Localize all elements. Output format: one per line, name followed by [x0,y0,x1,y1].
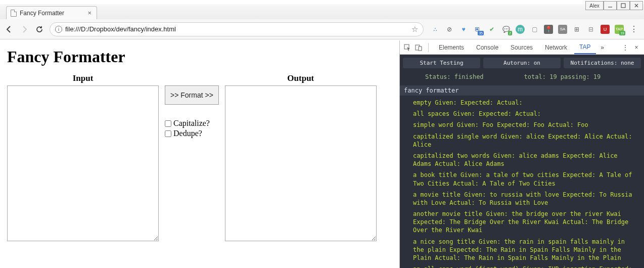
dedupe-option[interactable]: Dedupe? [165,129,210,138]
capitalize-checkbox[interactable] [165,120,171,127]
format-button[interactable]: >> Format >> [165,85,219,105]
square-extension-icon[interactable]: ▢ [530,25,539,34]
output-label: Output [287,73,314,83]
tap-result-row: an all-caps word (first word) Given: IUD… [413,265,639,268]
tap-suite-name: fancy formatter [400,85,644,96]
browser-tab[interactable]: Fancy Formatter × [6,6,97,19]
tap-result-row: a book title Given: a tale of two cities… [413,171,639,187]
brave-extension-icon[interactable]: ♥ [459,25,468,34]
back-button[interactable] [4,24,14,34]
tap-result-row: a nice song title Given: the rain in spa… [413,238,639,262]
tap-results-list: empty Given: Expected: Actual:all spaces… [400,96,644,268]
output-textarea[interactable] [225,85,377,241]
shield-extension-icon[interactable]: ⛨35 [473,25,482,34]
dash-extension-icon[interactable]: ⊟ [586,25,595,34]
tap-totals-text: total: 19 passing: 19 [524,73,601,80]
noscript-extension-icon[interactable]: ⊘ [445,25,454,34]
devtools-tab-console[interactable]: Console [471,41,503,54]
tap-notifications-button[interactable]: Notifications: none [564,58,641,68]
tap-result-row: another movie title Given: the bridge ov… [413,210,639,235]
tap-result-row: empty Given: Expected: Actual: [413,99,639,107]
url-text: file:///D:/Dropbox/dev/fancy/index.html [65,25,408,33]
tap-autorun-button[interactable]: Autorun: on [483,58,561,68]
ruler-extension-icon[interactable]: ⊞ [572,25,581,34]
tap-status-text: Status: finished [425,73,484,80]
chat-extension-icon[interactable]: 💬2 [501,25,511,34]
document-icon [11,10,17,17]
devtools-menu-icon[interactable]: ⋮ [621,43,630,52]
tap-extension-icon[interactable]: TAP19 [615,25,624,34]
sa-extension-icon[interactable]: SA [558,25,567,34]
input-textarea[interactable] [7,85,159,241]
browser-menu-button[interactable]: ⋮ [629,25,638,34]
address-bar[interactable]: i file:///D:/Dropbox/dev/fancy/index.htm… [50,22,424,36]
tap-result-row: capitalized single word Given: alice Exp… [413,132,639,149]
window-maximize-button[interactable] [617,1,630,10]
m-extension-icon[interactable]: m [516,25,525,34]
inspect-element-icon[interactable] [403,43,412,52]
translate-extension-icon[interactable]: ⛬ [431,25,440,34]
capitalize-option[interactable]: Capitalize? [165,119,210,128]
device-toggle-icon[interactable] [414,43,423,52]
window-minimize-button[interactable] [604,1,617,10]
tap-start-button[interactable]: Start Testing [403,58,480,68]
devtools-more-tabs-icon[interactable]: » [598,43,607,52]
capitalize-label: Capitalize? [173,119,210,128]
svg-rect-1 [621,4,625,8]
user-label: Alex [585,1,604,10]
devtools-tab-tap[interactable]: TAP [574,41,595,54]
tab-close-button[interactable]: × [87,9,91,17]
forward-button[interactable] [19,24,29,34]
tab-title: Fancy Formatter [20,10,64,17]
tap-result-row: capitalized two words Given: alice adams… [413,152,639,168]
tap-result-row: all spaces Given: Expected: Actual: [413,110,639,118]
input-label: Input [73,73,94,83]
check-extension-icon[interactable]: ✔ [487,25,496,34]
tap-result-row: simple word Given: Foo Expected: Foo Act… [413,121,639,129]
devtools-tab-sources[interactable]: Sources [505,41,538,54]
page-title: Fancy Formatter [7,48,392,66]
devtools-close-icon[interactable]: × [632,43,641,52]
devtools-tab-elements[interactable]: Elements [434,41,469,54]
red-extension-icon[interactable]: U [601,25,610,34]
reload-button[interactable] [34,24,44,34]
svg-rect-6 [419,47,422,51]
window-close-button[interactable] [630,1,643,10]
site-info-icon[interactable]: i [55,26,62,33]
pin-extension-icon[interactable]: 📍 [544,25,553,34]
dedupe-checkbox[interactable] [165,130,171,137]
bookmark-star-icon[interactable]: ☆ [411,25,418,34]
dedupe-label: Dedupe? [173,129,202,138]
devtools-tab-network[interactable]: Network [540,41,572,54]
tap-result-row: a movie title Given: to russia with love… [413,191,639,207]
